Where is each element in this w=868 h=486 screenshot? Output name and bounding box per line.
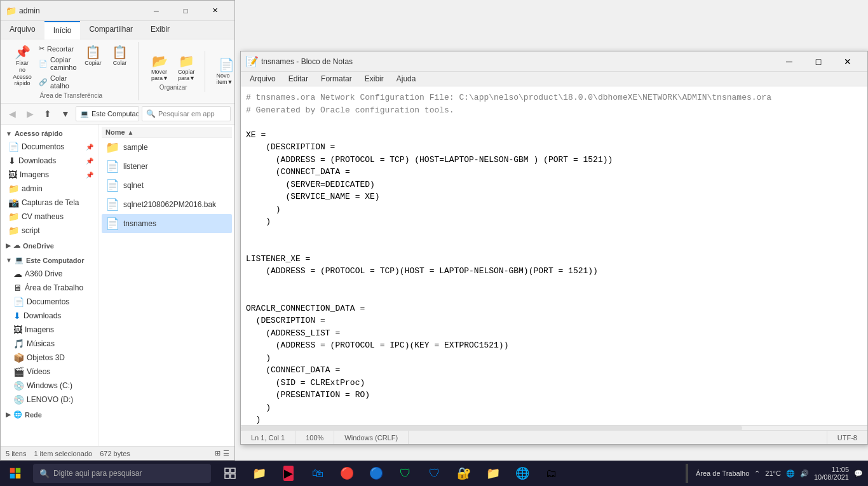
sidebar-item-documentos-pc[interactable]: 📄 Documentos (1, 295, 98, 309)
menu-ajuda[interactable]: Ajuda (390, 72, 423, 86)
recent-button[interactable]: ▼ (58, 106, 73, 121)
search-bar[interactable]: 🔍 (142, 106, 231, 121)
security-icon: 🔐 (457, 466, 471, 480)
sidebar-item-videos[interactable]: 🎬 Vídeos (1, 365, 98, 379)
notifications-icon[interactable]: 💬 (854, 469, 863, 478)
view-list-button[interactable]: ☰ (223, 449, 229, 457)
forward-button[interactable]: ▶ (22, 106, 37, 121)
menu-exibir[interactable]: Exibir (358, 72, 390, 86)
tab-arquivo[interactable]: Arquivo (1, 21, 44, 39)
file-explorer-taskbar-icon: 📁 (252, 466, 266, 480)
new-item-button[interactable]: 📄 Novo item▼ (214, 56, 240, 86)
up-button[interactable]: ⬆ (40, 106, 55, 121)
sidebar-item-imagens-pc[interactable]: 🖼 Imagens (1, 323, 98, 337)
taskbar-search[interactable]: 🔍 (33, 464, 211, 483)
taskbar-search-input[interactable] (53, 469, 205, 478)
sidebar-item-lenovo-d[interactable]: 💿 LENOVO (D:) (1, 393, 98, 407)
close-button[interactable]: ✕ (200, 1, 229, 21)
date-display: 10/08/2021 (814, 473, 849, 481)
start-button[interactable] (0, 461, 31, 486)
svg-rect-5 (231, 468, 235, 473)
ribbon-content: 📌 Fixar noAcesso rápido ✂ Recortar 📄 Cop… (1, 39, 234, 103)
menu-arquivo[interactable]: Arquivo (243, 72, 282, 86)
sidebar-item-downloads-pc[interactable]: ⬇ Downloads (1, 309, 98, 323)
view-icons-button[interactable]: ⊞ (215, 449, 220, 457)
sidebar-item-documentos[interactable]: 📄 Documentos 📌 (1, 140, 98, 154)
windows-logo-icon (10, 468, 21, 479)
explorer-button-2[interactable]: 🗂 (538, 461, 566, 486)
address-bar[interactable]: 💻 Este Computador › Windows (C:) › app (76, 106, 139, 121)
line-ending: Windows (CRLF) (334, 431, 409, 444)
list-item[interactable]: 📄 sqlnet2108062PM2016.bak (102, 195, 232, 214)
sidebar-item-musicas[interactable]: 🎵 Músicas (1, 337, 98, 351)
tab-compartilhar[interactable]: Compartilhar (80, 21, 142, 39)
cut-button[interactable]: ✂ Recortar (36, 43, 79, 54)
sidebar-item-objetos3d[interactable]: 📦 Objetos 3D (1, 351, 98, 365)
list-item[interactable]: 📁 sample (102, 138, 232, 157)
security-button[interactable]: 🔐 (450, 461, 478, 486)
file-explorer-taskbar-button[interactable]: 📁 (245, 461, 273, 486)
copy-to-button[interactable]: 📁 Copiarpara▼ (174, 52, 200, 83)
horizontal-scrollbar[interactable] (241, 425, 867, 430)
notepad-editor[interactable]: # tnsnames.ora Network Configuration Fil… (241, 86, 867, 425)
back-button[interactable]: ◀ (4, 106, 20, 121)
downloads-pc-icon: ⬇ (13, 311, 21, 321)
defender-button[interactable]: 🛡 (421, 461, 449, 486)
paste-shortcut-button[interactable]: 🔗 Colar atalho (36, 73, 79, 91)
sidebar-item-cv[interactable]: 📁 CV matheus (1, 210, 98, 224)
sidebar-item-script[interactable]: 📁 script (1, 224, 98, 238)
notepad-menubar: Arquivo Editar Formatar Exibir Ajuda (241, 72, 867, 86)
sidebar-item-a360[interactable]: ☁ A360 Drive (1, 267, 98, 281)
tab-inicio[interactable]: Início (44, 21, 81, 39)
sidebar-item-windows-c[interactable]: 💿 Windows (C:) (1, 379, 98, 393)
network-header[interactable]: ▶ 🌐 Rede (1, 408, 98, 421)
notepad-minimize-button[interactable]: ─ (775, 51, 804, 72)
list-item[interactable]: 📄 listener (102, 157, 232, 176)
sort-indicator[interactable]: ▲ (128, 129, 134, 136)
copy-path-button[interactable]: 📄 Copiar caminho (36, 55, 79, 72)
file-explorer-statusbar: 5 itens 1 item selecionado 672 bytes ⊞ ☰ (1, 446, 234, 460)
browser-red-button[interactable]: 🔴 (333, 461, 361, 486)
pin-button[interactable]: 📌 Fixar noAcesso rápido (10, 43, 35, 91)
cursor-position: Ln 1, Col 1 (241, 431, 295, 444)
sidebar: ▼ Acesso rápido 📄 Documentos 📌 ⬇ Downloa… (1, 125, 99, 446)
network-icon-tray[interactable]: 🌐 (786, 469, 795, 478)
media-player-button[interactable]: ▶ (275, 461, 302, 486)
notepad-maximize-button[interactable]: □ (804, 51, 833, 72)
paste-icon: 📋 (112, 44, 128, 60)
store-button[interactable]: 🛍 (304, 461, 332, 486)
copy-button[interactable]: 📋 Copiar (81, 43, 106, 91)
copy-path-icon: 📄 (39, 60, 48, 68)
sidebar-item-imagens-quick[interactable]: 🖼 Imagens 📌 (1, 168, 98, 182)
temperature-display: 21°C (765, 469, 781, 477)
paste-button[interactable]: 📋 Colar (107, 43, 133, 91)
clock[interactable]: 11:05 10/08/2021 (814, 466, 849, 481)
notepad-close-button[interactable]: ✕ (833, 51, 862, 72)
search-input[interactable] (158, 110, 228, 118)
list-item[interactable]: 📄 sqlnet (102, 176, 232, 195)
this-computer-header[interactable]: ▼ 💻 Este Computador (1, 253, 98, 267)
sidebar-item-downloads-quick[interactable]: ⬇ Downloads 📌 (1, 154, 98, 168)
task-view-button[interactable] (216, 461, 244, 486)
sidebar-item-capturas[interactable]: 📸 Capturas de Tela (1, 196, 98, 210)
drive-c-icon: 💿 (13, 381, 24, 391)
volume-icon-tray[interactable]: 🔊 (800, 469, 809, 478)
filemanager-button[interactable]: 📁 (479, 461, 507, 486)
tab-exibir[interactable]: Exibir (142, 21, 179, 39)
tray-expand-icon[interactable]: ⌃ (754, 469, 760, 478)
svg-rect-0 (10, 468, 15, 473)
sidebar-item-admin[interactable]: 📁 admin (1, 182, 98, 196)
quick-access-header[interactable]: ▼ Acesso rápido (1, 127, 98, 140)
minimize-button[interactable]: ─ (142, 1, 171, 21)
move-to-button[interactable]: 📂 Moverpara▼ (147, 52, 173, 83)
vpn-button[interactable]: 🛡 (391, 461, 419, 486)
sidebar-item-desktop[interactable]: 🖥 Área de Trabalho (1, 281, 98, 295)
list-item-selected[interactable]: 📄 tnsnames (102, 214, 232, 233)
maximize-button[interactable]: □ (171, 1, 200, 21)
notepad-titlebar: 📝 tnsnames - Bloco de Notas ─ □ ✕ (241, 51, 867, 72)
onedrive-header[interactable]: ▶ ☁ OneDrive (1, 239, 98, 252)
menu-editar[interactable]: Editar (282, 72, 315, 86)
edge-button[interactable]: 🌐 (508, 461, 536, 486)
chrome-button[interactable]: 🔵 (362, 461, 390, 486)
menu-formatar[interactable]: Formatar (315, 72, 358, 86)
